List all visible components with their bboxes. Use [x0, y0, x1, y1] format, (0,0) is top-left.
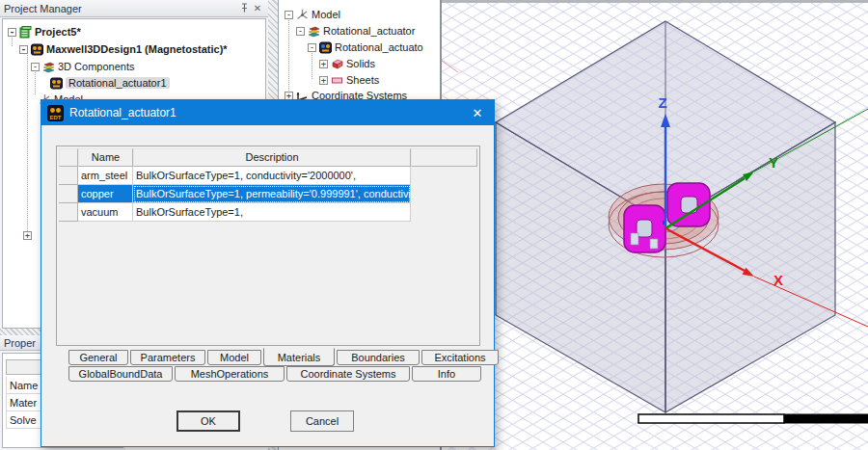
header-selector [59, 148, 78, 167]
x-axis-label: X [773, 272, 783, 288]
tree-item-rotational-actuato[interactable]: - Rotational_actuato [308, 40, 423, 55]
tree-item-rotational-actuator1[interactable]: Rotational_actuator1 [50, 75, 170, 91]
components-icon [42, 61, 55, 73]
cell-description[interactable]: BulkOrSurfaceType=1, [133, 203, 411, 222]
tree-item-sheets[interactable]: + Sheets [319, 72, 379, 88]
tree-item-label: Maxwell3DDesign1 (Magnetostatic)* [46, 43, 228, 55]
expander-icon[interactable]: - [308, 43, 316, 52]
expander-icon[interactable]: - [19, 45, 28, 54]
tab-excitations[interactable]: Excitations [421, 350, 499, 365]
expander-icon[interactable]: - [285, 11, 293, 19]
svg-text:EDT: EDT [50, 114, 62, 119]
tree-item-3d-components[interactable]: - 3D Components [31, 59, 135, 74]
solids-icon [331, 58, 343, 70]
tab-info[interactable]: Info [412, 366, 481, 382]
row-selector[interactable] [59, 203, 78, 222]
expander-icon[interactable]: + [319, 76, 328, 85]
tree-item-label: Solids [346, 58, 375, 69]
tree-item-label: Project5* [35, 26, 81, 38]
row-selector[interactable] [59, 167, 78, 185]
expander-icon[interactable]: + [319, 60, 328, 68]
expander-icon[interactable]: - [296, 27, 305, 36]
y-axis-label: Y [769, 154, 778, 171]
cell-name[interactable]: arm_steel [78, 167, 133, 185]
tree-item-project5[interactable]: - Project5* [8, 24, 81, 40]
dialog-tabs-row2: GlobalBoundData MeshOperations Coordinat… [68, 366, 483, 382]
viewport-top-border [442, 0, 868, 3]
edt-icon: EDT [47, 105, 64, 121]
materials-table: Name Description arm_steel BulkOrSurface… [56, 146, 480, 346]
components-icon [308, 25, 320, 38]
row-selector[interactable] [59, 185, 78, 203]
header-name: Name [78, 148, 133, 167]
z-axis-label: Z [658, 94, 666, 111]
modeler-3d-viewport[interactable]: Z Y X [440, 0, 868, 450]
tree-guide [27, 50, 28, 233]
tree-item-solids[interactable]: + Solids [319, 56, 375, 71]
dialog-title: Rotational_actuator1 [69, 106, 176, 119]
tree-item-label: Model [312, 9, 340, 20]
model-icon [296, 9, 309, 21]
cancel-button[interactable]: Cancel [290, 410, 354, 432]
dialog-titlebar[interactable]: EDT Rotational_actuator1 ✕ [41, 100, 494, 125]
tree-guide [288, 15, 289, 93]
maxwell-design-icon [31, 43, 43, 56]
rotational-actuator1-dialog: EDT Rotational_actuator1 ✕ Name Descript… [41, 99, 495, 447]
tab-parameters[interactable]: Parameters [130, 350, 205, 365]
sheets-icon [331, 74, 343, 87]
component-instance-icon [50, 77, 63, 90]
project-manager-title: Project Manager [4, 3, 237, 14]
tree-item-maxwell-design[interactable]: - Maxwell3DDesign1 (Magnetostatic)* [19, 41, 228, 57]
tab-model[interactable]: Model [207, 350, 261, 365]
modeler-3d-scene: Z Y X [442, 0, 868, 450]
project-icon [19, 26, 32, 39]
cell-name[interactable]: copper [78, 185, 133, 203]
tree-item-rotational-actuator[interactable]: - Rotational_actuator [296, 23, 415, 39]
pin-icon[interactable] [237, 3, 251, 14]
tree-item-label: Sheets [346, 74, 379, 86]
core-lower [624, 205, 665, 252]
expander-icon[interactable]: + [23, 231, 32, 240]
tree-item-label: Rotational_actuato [335, 41, 423, 53]
tab-globalbounddata[interactable]: GlobalBoundData [68, 366, 173, 382]
header-extra [411, 148, 477, 167]
close-icon[interactable]: ✕ [251, 3, 264, 14]
project-manager-titlebar: Project Manager ✕ [0, 0, 268, 17]
dialog-tabs-row1: General Parameters Model Materials Bound… [68, 350, 501, 366]
header-description: Description [133, 148, 411, 167]
cell-description[interactable]: BulkOrSurfaceType=1, permeability='0.999… [133, 185, 411, 203]
tree-item-label: 3D Components [58, 61, 135, 72]
component-instance-icon [319, 41, 332, 54]
ok-button[interactable]: OK [176, 410, 240, 432]
tree-item-label: Rotational_actuator1 [66, 77, 170, 89]
tab-boundaries[interactable]: Boundaries [337, 350, 420, 365]
tab-general[interactable]: General [68, 350, 128, 365]
tab-meshoperations[interactable]: MeshOperations [175, 366, 285, 382]
app-window: Project Manager ✕ - Project5* - [0, 0, 868, 450]
scale-bar [638, 414, 868, 424]
tree-item-model[interactable]: - Model [285, 7, 340, 22]
tab-coordinate-systems[interactable]: Coordinate Systems [286, 366, 410, 382]
tree-item-label: Rotational_actuator [323, 25, 415, 37]
cell-description[interactable]: BulkOrSurfaceType=1, conductivity='20000… [133, 167, 411, 185]
expander-icon[interactable]: - [8, 28, 16, 37]
tab-materials[interactable]: Materials [263, 348, 335, 366]
dialog-close-icon[interactable]: ✕ [467, 106, 488, 120]
cell-name[interactable]: vacuum [78, 203, 133, 222]
expander-icon[interactable]: - [31, 63, 40, 71]
